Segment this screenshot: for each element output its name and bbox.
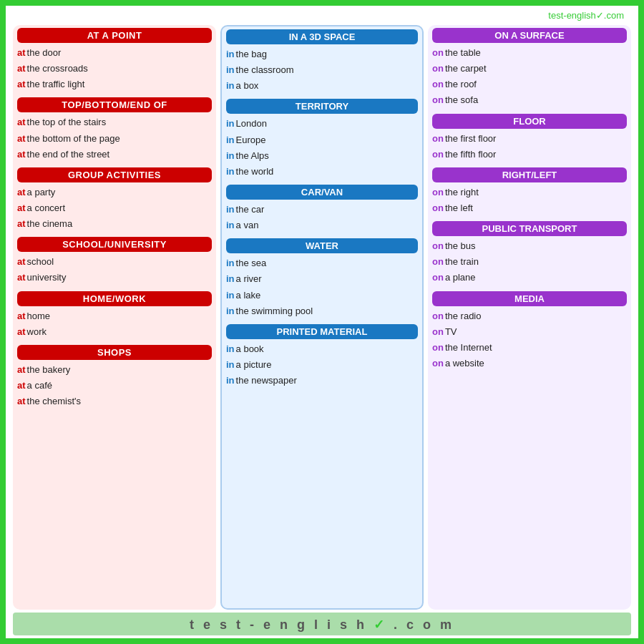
at-item: ata café [17, 379, 212, 393]
footer-text: t e s t - e n g l i s h ✓ . c o m [190, 618, 454, 632]
preposition-at: at [17, 256, 26, 267]
in-item: inthe classroom [226, 63, 418, 77]
preposition-in: in [226, 49, 235, 59]
at-item: athome [17, 309, 212, 323]
preposition-at: at [17, 79, 26, 89]
at-item: atthe crossroads [17, 62, 212, 76]
preposition-at: at [17, 311, 26, 321]
at-item: ata concert [17, 201, 212, 215]
at-item: atthe cinema [17, 217, 212, 231]
in-section-header: PRINTED MATERIAL [226, 324, 418, 339]
in-section-header: IN A 3D SPACE [226, 29, 418, 44]
preposition-at: at [17, 149, 26, 160]
preposition-on: on [432, 240, 444, 251]
on-item: onthe roof [432, 77, 627, 92]
preposition-on: on [432, 326, 444, 337]
at-section-header: TOP/BOTTOM/END OF [17, 97, 212, 112]
on-item: ona plane [432, 270, 627, 285]
in-item: inthe world [226, 165, 418, 179]
at-item: atschool [17, 255, 212, 269]
in-item: inthe swimming pool [226, 304, 418, 318]
in-item: inthe car [226, 203, 418, 217]
on-item: ona website [432, 356, 627, 371]
in-item: inLondon [226, 117, 418, 131]
at-section-header: GROUP ACTIVITIES [17, 167, 212, 182]
in-item: ina box [226, 79, 418, 93]
at-item: atthe chemist's [17, 394, 212, 409]
on-section-header: ON A SURFACE [432, 28, 627, 43]
at-item: atwork [17, 325, 212, 339]
on-item: onthe radio [432, 309, 627, 323]
preposition-in: in [226, 290, 235, 301]
preposition-in: in [226, 135, 235, 145]
at-section-header: SCHOOL/UNIVERSITY [17, 237, 212, 252]
in-item: inthe Alps [226, 149, 418, 163]
preposition-on: on [432, 256, 444, 267]
at-item: atthe bottom of the page [17, 132, 212, 146]
subtitle-domain: .com [604, 10, 624, 21]
preposition-in: in [226, 359, 235, 370]
columns-body: AT A POINTatthe dooratthe crossroadsatth… [13, 25, 631, 610]
preposition-in: in [226, 258, 235, 268]
preposition-in: in [226, 343, 235, 354]
on-item: onTV [432, 325, 627, 339]
preposition-on: on [432, 358, 444, 369]
preposition-in: in [226, 64, 235, 75]
preposition-at: at [17, 203, 26, 213]
preposition-on: on [432, 47, 444, 58]
in-item: inthe newspaper [226, 374, 418, 388]
in-column: IN A 3D SPACEinthe baginthe classroomina… [220, 25, 424, 610]
in-item: inthe sea [226, 256, 418, 270]
preposition-at: at [17, 396, 26, 406]
preposition-at: at [17, 218, 26, 229]
preposition-on: on [432, 79, 444, 89]
preposition-in: in [226, 220, 235, 230]
preposition-on: on [432, 311, 444, 321]
in-item: inthe bag [226, 47, 418, 62]
preposition-at: at [17, 380, 26, 391]
preposition-in: in [226, 273, 235, 284]
preposition-in: in [226, 150, 235, 161]
in-item: ina van [226, 218, 418, 233]
inner-content: test-english✓.com AT A POINTatthe doorat… [6, 6, 638, 638]
on-item: onthe left [432, 201, 627, 215]
on-item: onthe train [432, 255, 627, 269]
preposition-on: on [432, 203, 444, 213]
in-section-header: CAR/VAN [226, 185, 418, 200]
preposition-on: on [432, 342, 444, 353]
in-item: ina book [226, 342, 418, 356]
at-item: atthe traffic light [17, 77, 212, 92]
at-item: atthe end of the street [17, 147, 212, 162]
in-item: ina picture [226, 358, 418, 372]
outer-border: test-english✓.com AT A POINTatthe doorat… [0, 0, 644, 644]
at-item: atthe door [17, 46, 212, 60]
on-item: onthe Internet [432, 341, 627, 355]
on-item: onthe fifth floor [432, 147, 627, 162]
in-item: inEurope [226, 133, 418, 147]
at-item: atuniversity [17, 270, 212, 285]
preposition-at: at [17, 364, 26, 375]
preposition-at: at [17, 47, 26, 58]
preposition-on: on [432, 187, 444, 197]
preposition-on: on [432, 63, 444, 74]
on-item: onthe sofa [432, 93, 627, 107]
at-item: atthe top of the stairs [17, 115, 212, 130]
at-section-header: AT A POINT [17, 28, 212, 43]
preposition-on: on [432, 94, 444, 105]
on-column: ON A SURFACEonthe tableonthe carpetonthe… [428, 25, 631, 610]
preposition-in: in [226, 80, 235, 91]
on-item: onthe table [432, 46, 627, 60]
in-section-header: WATER [226, 238, 418, 253]
subtitle-dot: ✓ [596, 10, 604, 21]
subtitle-text: test-english [548, 10, 595, 21]
preposition-at: at [17, 133, 26, 144]
preposition-in: in [226, 204, 235, 215]
website-subtitle: test-english✓.com [13, 10, 631, 21]
preposition-at: at [17, 117, 26, 127]
preposition-in: in [226, 375, 235, 386]
at-section-header: HOME/WORK [17, 291, 212, 306]
on-section-header: PUBLIC TRANSPORT [432, 221, 627, 236]
preposition-at: at [17, 272, 26, 283]
in-item: ina lake [226, 288, 418, 303]
preposition-in: in [226, 166, 235, 177]
